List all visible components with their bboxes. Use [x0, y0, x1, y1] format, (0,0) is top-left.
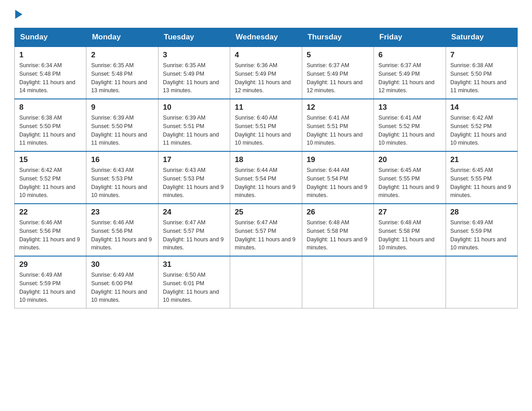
- calendar-cell: 20Sunrise: 6:45 AMSunset: 5:55 PMDayligh…: [374, 151, 446, 204]
- calendar-week-row-2: 8Sunrise: 6:38 AMSunset: 5:50 PMDaylight…: [15, 99, 518, 151]
- day-number: 28: [450, 208, 513, 217]
- day-info: Sunrise: 6:47 AMSunset: 5:57 PMDaylight:…: [235, 218, 297, 252]
- day-number: 13: [378, 103, 441, 112]
- day-number: 2: [91, 51, 153, 60]
- day-info: Sunrise: 6:38 AMSunset: 5:50 PMDaylight:…: [450, 61, 513, 95]
- calendar-cell: [446, 256, 517, 308]
- calendar-header-sunday: Sunday: [15, 28, 86, 47]
- day-number: 12: [307, 103, 369, 112]
- calendar-cell: 11Sunrise: 6:40 AMSunset: 5:51 PMDayligh…: [230, 99, 302, 151]
- calendar-cell: 27Sunrise: 6:48 AMSunset: 5:58 PMDayligh…: [374, 204, 446, 256]
- day-number: 26: [307, 208, 369, 217]
- day-info: Sunrise: 6:38 AMSunset: 5:50 PMDaylight:…: [19, 114, 82, 147]
- day-info: Sunrise: 6:50 AMSunset: 6:01 PMDaylight:…: [163, 271, 225, 304]
- calendar-cell: 30Sunrise: 6:49 AMSunset: 6:00 PMDayligh…: [86, 256, 158, 308]
- day-info: Sunrise: 6:46 AMSunset: 5:56 PMDaylight:…: [19, 218, 82, 252]
- calendar-cell: 19Sunrise: 6:44 AMSunset: 5:54 PMDayligh…: [302, 151, 373, 204]
- day-number: 23: [91, 208, 153, 217]
- calendar-cell: 7Sunrise: 6:38 AMSunset: 5:50 PMDaylight…: [446, 47, 517, 99]
- calendar-cell: 4Sunrise: 6:36 AMSunset: 5:49 PMDaylight…: [230, 47, 302, 99]
- day-info: Sunrise: 6:44 AMSunset: 5:54 PMDaylight:…: [235, 166, 297, 200]
- calendar-header-thursday: Thursday: [302, 28, 373, 47]
- day-number: 7: [450, 51, 513, 60]
- calendar-header-tuesday: Tuesday: [158, 28, 230, 47]
- calendar-week-row-1: 1Sunrise: 6:34 AMSunset: 5:48 PMDaylight…: [15, 47, 518, 99]
- day-info: Sunrise: 6:39 AMSunset: 5:50 PMDaylight:…: [91, 114, 153, 147]
- day-number: 24: [163, 208, 225, 217]
- calendar-cell: 9Sunrise: 6:39 AMSunset: 5:50 PMDaylight…: [86, 99, 158, 151]
- day-number: 20: [378, 155, 441, 164]
- calendar-cell: 3Sunrise: 6:35 AMSunset: 5:49 PMDaylight…: [158, 47, 230, 99]
- day-info: Sunrise: 6:35 AMSunset: 5:49 PMDaylight:…: [163, 61, 225, 95]
- logo-arrow-icon: [15, 10, 22, 19]
- day-info: Sunrise: 6:34 AMSunset: 5:48 PMDaylight:…: [19, 61, 82, 95]
- day-number: 15: [19, 155, 82, 164]
- calendar-header-wednesday: Wednesday: [230, 28, 302, 47]
- calendar-cell: 6Sunrise: 6:37 AMSunset: 5:49 PMDaylight…: [374, 47, 446, 99]
- day-info: Sunrise: 6:39 AMSunset: 5:51 PMDaylight:…: [163, 114, 225, 147]
- day-number: 3: [163, 51, 225, 60]
- calendar-cell: 18Sunrise: 6:44 AMSunset: 5:54 PMDayligh…: [230, 151, 302, 204]
- calendar-cell: 12Sunrise: 6:41 AMSunset: 5:51 PMDayligh…: [302, 99, 373, 151]
- day-info: Sunrise: 6:49 AMSunset: 5:59 PMDaylight:…: [19, 271, 82, 304]
- calendar-cell: 24Sunrise: 6:47 AMSunset: 5:57 PMDayligh…: [158, 204, 230, 256]
- calendar-cell: [230, 256, 302, 308]
- day-info: Sunrise: 6:43 AMSunset: 5:53 PMDaylight:…: [91, 166, 153, 200]
- calendar-cell: 21Sunrise: 6:45 AMSunset: 5:55 PMDayligh…: [446, 151, 517, 204]
- day-info: Sunrise: 6:41 AMSunset: 5:52 PMDaylight:…: [378, 114, 441, 147]
- day-number: 8: [19, 103, 82, 112]
- day-info: Sunrise: 6:42 AMSunset: 5:52 PMDaylight:…: [450, 114, 513, 147]
- calendar-cell: 26Sunrise: 6:48 AMSunset: 5:58 PMDayligh…: [302, 204, 373, 256]
- calendar-cell: 22Sunrise: 6:46 AMSunset: 5:56 PMDayligh…: [15, 204, 86, 256]
- calendar-cell: 13Sunrise: 6:41 AMSunset: 5:52 PMDayligh…: [374, 99, 446, 151]
- day-info: Sunrise: 6:37 AMSunset: 5:49 PMDaylight:…: [378, 61, 441, 95]
- calendar-cell: 15Sunrise: 6:42 AMSunset: 5:52 PMDayligh…: [15, 151, 86, 204]
- day-number: 30: [91, 260, 153, 269]
- day-info: Sunrise: 6:48 AMSunset: 5:58 PMDaylight:…: [378, 218, 441, 252]
- calendar-header-friday: Friday: [374, 28, 446, 47]
- day-number: 9: [91, 103, 153, 112]
- day-number: 22: [19, 208, 82, 217]
- day-info: Sunrise: 6:42 AMSunset: 5:52 PMDaylight:…: [19, 166, 82, 200]
- calendar-cell: [302, 256, 373, 308]
- calendar-table: SundayMondayTuesdayWednesdayThursdayFrid…: [14, 28, 518, 308]
- calendar-cell: 23Sunrise: 6:46 AMSunset: 5:56 PMDayligh…: [86, 204, 158, 256]
- day-info: Sunrise: 6:46 AMSunset: 5:56 PMDaylight:…: [91, 218, 153, 252]
- day-number: 4: [235, 51, 297, 60]
- day-number: 16: [91, 155, 153, 164]
- day-info: Sunrise: 6:49 AMSunset: 6:00 PMDaylight:…: [91, 271, 153, 304]
- day-info: Sunrise: 6:37 AMSunset: 5:49 PMDaylight:…: [307, 61, 369, 95]
- day-number: 14: [450, 103, 513, 112]
- day-number: 18: [235, 155, 297, 164]
- calendar-cell: 1Sunrise: 6:34 AMSunset: 5:48 PMDaylight…: [15, 47, 86, 99]
- calendar-cell: 28Sunrise: 6:49 AMSunset: 5:59 PMDayligh…: [446, 204, 517, 256]
- day-info: Sunrise: 6:40 AMSunset: 5:51 PMDaylight:…: [235, 114, 297, 147]
- calendar-cell: 8Sunrise: 6:38 AMSunset: 5:50 PMDaylight…: [15, 99, 86, 151]
- day-number: 29: [19, 260, 82, 269]
- day-info: Sunrise: 6:45 AMSunset: 5:55 PMDaylight:…: [450, 166, 513, 200]
- calendar-cell: 25Sunrise: 6:47 AMSunset: 5:57 PMDayligh…: [230, 204, 302, 256]
- day-number: 25: [235, 208, 297, 217]
- page-header: [14, 11, 518, 20]
- calendar-header-saturday: Saturday: [446, 28, 517, 47]
- day-info: Sunrise: 6:47 AMSunset: 5:57 PMDaylight:…: [163, 218, 225, 252]
- day-number: 17: [163, 155, 225, 164]
- calendar-cell: 2Sunrise: 6:35 AMSunset: 5:48 PMDaylight…: [86, 47, 158, 99]
- day-info: Sunrise: 6:48 AMSunset: 5:58 PMDaylight:…: [307, 218, 369, 252]
- day-info: Sunrise: 6:49 AMSunset: 5:59 PMDaylight:…: [450, 218, 513, 252]
- calendar-week-row-5: 29Sunrise: 6:49 AMSunset: 5:59 PMDayligh…: [15, 256, 518, 308]
- day-number: 10: [163, 103, 225, 112]
- day-number: 1: [19, 51, 82, 60]
- day-number: 21: [450, 155, 513, 164]
- logo: [14, 11, 22, 20]
- day-number: 27: [378, 208, 441, 217]
- day-number: 31: [163, 260, 225, 269]
- day-info: Sunrise: 6:41 AMSunset: 5:51 PMDaylight:…: [307, 114, 369, 147]
- calendar-cell: 14Sunrise: 6:42 AMSunset: 5:52 PMDayligh…: [446, 99, 517, 151]
- calendar-cell: 10Sunrise: 6:39 AMSunset: 5:51 PMDayligh…: [158, 99, 230, 151]
- day-info: Sunrise: 6:36 AMSunset: 5:49 PMDaylight:…: [235, 61, 297, 95]
- calendar-header-monday: Monday: [86, 28, 158, 47]
- calendar-cell: 5Sunrise: 6:37 AMSunset: 5:49 PMDaylight…: [302, 47, 373, 99]
- calendar-cell: 17Sunrise: 6:43 AMSunset: 5:53 PMDayligh…: [158, 151, 230, 204]
- day-info: Sunrise: 6:35 AMSunset: 5:48 PMDaylight:…: [91, 61, 153, 95]
